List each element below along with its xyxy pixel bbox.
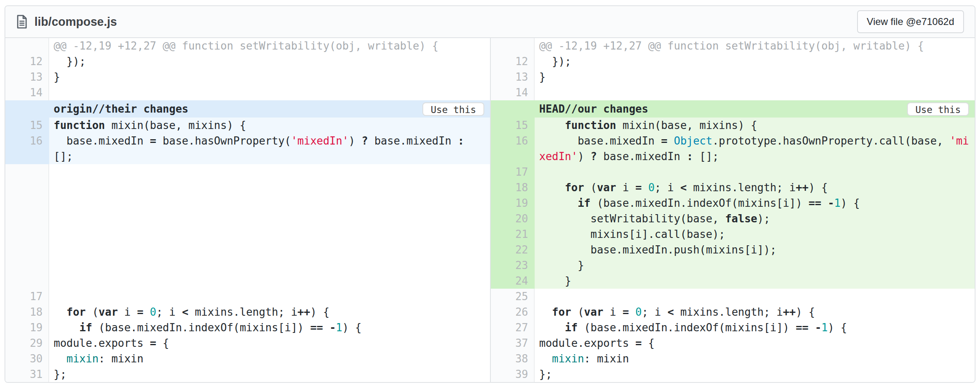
line-number: 19 xyxy=(491,195,535,211)
code-text: for (var i = 0; i < mixins.length; i++) … xyxy=(49,304,490,320)
code-text: base.mixedIn.push(mixins[i]); xyxy=(535,242,975,258)
code-line: 19 if (base.mixedIn.indexOf(mixins[i]) =… xyxy=(5,320,490,335)
code-line: 26 for (var i = 0; i < mixins.length; i+… xyxy=(491,304,975,320)
code-line: 27 if (base.mixedIn.indexOf(mixins[i]) =… xyxy=(491,320,975,335)
split-diff: @@ -12,19 +12,27 @@ function setWritabil… xyxy=(5,38,975,382)
code-line: 13} xyxy=(5,69,490,85)
code-text: base.mixedIn = base.hasOwnProperty('mixe… xyxy=(49,133,490,149)
diff-cell-right: 13} xyxy=(490,69,975,85)
code-line: 24 } xyxy=(491,273,975,289)
line-number: 14 xyxy=(491,85,535,100)
diff-cell-conflict-left: origin//their changesUse this15function … xyxy=(5,100,490,289)
diff-cell-right: @@ -12,19 +12,27 @@ function setWritabil… xyxy=(490,38,975,54)
code-line: 37module.exports = { xyxy=(491,335,975,351)
code-text: }; xyxy=(535,366,975,382)
diff-cell-conflict-right: HEAD//our changesUse this15 function mix… xyxy=(490,100,975,289)
code-line: 12 }); xyxy=(491,54,975,69)
code-text: xedIn') ? base.mixedIn : []; xyxy=(535,149,975,164)
line-number: 39 xyxy=(491,366,535,382)
line-number: 18 xyxy=(491,180,535,195)
code-line: 13} xyxy=(491,69,975,85)
code-text: @@ -12,19 +12,27 @@ function setWritabil… xyxy=(535,38,975,54)
code-line: xedIn') ? base.mixedIn : []; xyxy=(491,149,975,164)
code-line: 23 } xyxy=(491,258,975,273)
code-line: 18 for (var i = 0; i < mixins.length; i+… xyxy=(5,304,490,320)
diff-cell-left: 13} xyxy=(5,69,490,85)
diff-cell-left: 30 mixin: mixin xyxy=(5,351,490,366)
code-text: setWritability(base, false); xyxy=(535,211,975,226)
diff-cell-left: 19 if (base.mixedIn.indexOf(mixins[i]) =… xyxy=(5,320,490,335)
line-number: 17 xyxy=(5,289,49,304)
code-text xyxy=(49,85,490,100)
line-number: 20 xyxy=(491,211,535,226)
line-number xyxy=(5,38,49,54)
code-line: 30 mixin: mixin xyxy=(5,351,490,366)
code-line: 16 base.mixedIn = base.hasOwnProperty('m… xyxy=(5,133,490,149)
code-line: 14 xyxy=(5,85,490,100)
line-number: 15 xyxy=(5,118,49,133)
line-number xyxy=(491,149,535,164)
conflict-block-their: origin//their changesUse this15function … xyxy=(5,100,490,164)
line-number: 19 xyxy=(5,320,49,335)
code-text xyxy=(535,85,975,100)
conflict-header-their: origin//their changesUse this xyxy=(5,100,490,118)
line-number: 22 xyxy=(491,242,535,258)
line-number: 25 xyxy=(491,289,535,304)
code-text: mixin: mixin xyxy=(535,351,975,366)
line-number: 13 xyxy=(5,69,49,85)
code-text: } xyxy=(49,69,490,85)
diff-cell-right: 25 xyxy=(490,289,975,304)
code-line: 21 mixins[i].call(base); xyxy=(491,226,975,242)
code-line: 17 xyxy=(491,164,975,180)
code-text: []; xyxy=(49,149,490,164)
line-number: 27 xyxy=(491,320,535,335)
file-name: lib/compose.js xyxy=(34,15,117,29)
code-text: if (base.mixedIn.indexOf(mixins[i]) == -… xyxy=(535,320,975,335)
use-this-button-their[interactable]: Use this xyxy=(422,102,484,116)
diff-cell-right: 27 if (base.mixedIn.indexOf(mixins[i]) =… xyxy=(490,320,975,335)
line-number: 16 xyxy=(491,133,535,149)
diff-cell-right: 12 }); xyxy=(490,54,975,69)
diff-cell-left: 12 }); xyxy=(5,54,490,69)
code-text: module.exports = { xyxy=(49,335,490,351)
line-number: 13 xyxy=(491,69,535,85)
code-text: @@ -12,19 +12,27 @@ function setWritabil… xyxy=(49,38,490,54)
line-number xyxy=(5,149,49,164)
code-line: 31}; xyxy=(5,366,490,382)
code-text: } xyxy=(535,273,975,289)
code-text: }); xyxy=(49,54,490,69)
diff-cell-left: @@ -12,19 +12,27 @@ function setWritabil… xyxy=(5,38,490,54)
line-number: 26 xyxy=(491,304,535,320)
line-number: 24 xyxy=(491,273,535,289)
line-number: 12 xyxy=(491,54,535,69)
code-line: 39}; xyxy=(491,366,975,382)
code-line: 20 setWritability(base, false); xyxy=(491,211,975,226)
code-text xyxy=(535,164,975,180)
conflict-label-ours: HEAD//our changes xyxy=(491,103,648,115)
code-text: mixins[i].call(base); xyxy=(535,226,975,242)
line-number: 31 xyxy=(5,366,49,382)
hunk-header: @@ -12,19 +12,27 @@ function setWritabil… xyxy=(491,38,975,54)
view-file-button[interactable]: View file @e71062d xyxy=(857,10,964,33)
code-line: 25 xyxy=(491,289,975,304)
conflict-block-ours: HEAD//our changesUse this15 function mix… xyxy=(491,100,975,289)
line-number: 16 xyxy=(5,133,49,149)
code-line: 22 base.mixedIn.push(mixins[i]); xyxy=(491,242,975,258)
code-text: if (base.mixedIn.indexOf(mixins[i]) == -… xyxy=(49,320,490,335)
code-line: 18 for (var i = 0; i < mixins.length; i+… xyxy=(491,180,975,195)
file-icon xyxy=(16,15,28,29)
use-this-button-ours[interactable]: Use this xyxy=(907,102,969,116)
line-number: 21 xyxy=(491,226,535,242)
code-text: module.exports = { xyxy=(535,335,975,351)
diff-cell-left: 31}; xyxy=(5,366,490,382)
line-number: 15 xyxy=(491,118,535,133)
diff-cell-right: 38 mixin: mixin xyxy=(490,351,975,366)
diff-cell-left: 29module.exports = { xyxy=(5,335,490,351)
line-number: 38 xyxy=(491,351,535,366)
code-text: for (var i = 0; i < mixins.length; i++) … xyxy=(535,304,975,320)
code-line: 19 if (base.mixedIn.indexOf(mixins[i]) =… xyxy=(491,195,975,211)
file-diff-card: lib/compose.js View file @e71062d @@ -12… xyxy=(5,5,975,383)
line-number: 37 xyxy=(491,335,535,351)
code-text xyxy=(49,289,490,304)
conflict-label-their: origin//their changes xyxy=(5,103,188,115)
